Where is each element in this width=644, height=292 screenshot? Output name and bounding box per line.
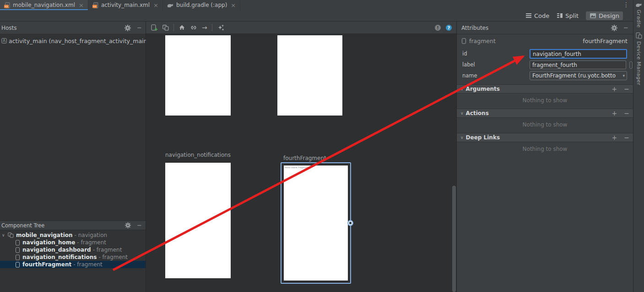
editor-tab-bar: <> mobile_navigation.xml × <> activity_m… [0, 0, 633, 11]
tree-item-name: navigation_notifications [22, 254, 97, 260]
add-action-button[interactable]: + [612, 110, 617, 116]
hide-panel-icon[interactable]: − [137, 25, 142, 31]
activity-icon: A [1, 38, 7, 44]
component-type-label: fragment [469, 38, 496, 44]
close-icon[interactable]: × [153, 2, 158, 8]
warnings-icon[interactable]: ! [435, 25, 441, 31]
tree-item-name: navigation_home [22, 239, 75, 246]
label-field-label: label [462, 60, 475, 69]
component-tree-title: Component Tree [1, 222, 44, 229]
action-arrow-icon[interactable]: → [202, 24, 207, 31]
split-mode-button[interactable]: Split [557, 12, 579, 19]
deep-link-icon[interactable] [190, 24, 197, 31]
svg-text:<>: <> [5, 5, 8, 8]
chevron-down-icon[interactable]: ∨ [2, 233, 6, 237]
component-tree-header: Component Tree − [0, 220, 146, 230]
chevron-down-icon[interactable]: ∨ [460, 111, 464, 116]
tree-item-navigation-notifications[interactable]: navigation_notifications - fragment [0, 253, 146, 261]
gear-icon[interactable] [124, 25, 131, 31]
gear-icon[interactable] [611, 25, 617, 31]
tab-label: build.gradle (:app) [176, 2, 227, 8]
tab-activity-main[interactable]: <> activity_main.xml × [88, 0, 163, 10]
tab-label: mobile_navigation.xml [13, 2, 75, 8]
auto-arrange-icon[interactable] [217, 24, 224, 31]
remove-deep-link-button[interactable]: − [624, 134, 629, 141]
code-mode-button[interactable]: Code [525, 12, 549, 19]
tree-item-navigation-dashboard[interactable]: navigation_dashboard - fragment [0, 246, 146, 253]
component-tree: ∨ mobile_navigation - navigation navigat… [0, 231, 146, 268]
gradle-tool-label: Gradle [636, 10, 642, 28]
remove-argument-button[interactable]: − [624, 86, 629, 92]
deep-links-empty-text: Nothing to show [457, 146, 633, 152]
chevron-down-icon[interactable]: ∨ [460, 87, 464, 91]
help-icon[interactable]: ? [446, 25, 452, 31]
nested-graph-icon[interactable] [162, 25, 169, 31]
deep-links-section-header[interactable]: ∨ Deep Links + − [457, 133, 633, 142]
close-icon[interactable]: × [79, 2, 84, 8]
design-mode-button[interactable]: Design [586, 11, 623, 20]
action-connection-handle[interactable] [347, 220, 353, 226]
fragment-icon [15, 254, 20, 260]
chevron-down-icon[interactable]: ∨ [460, 135, 464, 140]
left-panel: Hosts − A activity_main (nav_host_fragme… [0, 22, 146, 292]
actions-section-header[interactable]: ∨ Actions + − [457, 109, 633, 118]
remove-action-button[interactable]: − [624, 110, 629, 116]
fragment-preview-home[interactable] [165, 35, 231, 116]
add-argument-button[interactable]: + [612, 86, 617, 92]
tree-item-mobile-navigation[interactable]: ∨ mobile_navigation - navigation [0, 231, 146, 239]
canvas-toolbar: → ! ? [146, 22, 456, 34]
device-manager-icon [636, 32, 642, 39]
home-destination-icon[interactable] [179, 24, 185, 31]
hide-panel-icon[interactable]: − [137, 222, 142, 228]
gear-icon[interactable] [125, 222, 131, 228]
svg-text:A: A [3, 39, 5, 43]
add-deep-link-button[interactable]: + [612, 134, 617, 141]
tab-build-gradle[interactable]: build.gradle (:app) × [163, 0, 240, 10]
device-manager-tool-button[interactable]: Device Manager [633, 32, 644, 85]
fragment-preview-dashboard[interactable] [277, 35, 342, 116]
tab-mobile-navigation[interactable]: <> mobile_navigation.xml × [0, 0, 88, 10]
canvas-scrollbar[interactable] [452, 186, 456, 292]
gradle-tool-button[interactable]: Gradle [633, 2, 644, 28]
new-destination-icon[interactable] [151, 24, 158, 31]
tree-item-type: - fragment [77, 239, 106, 246]
fragment-preview-content: Hello blank fragment [284, 165, 348, 281]
preview-label-fourth: fourthFragment [283, 155, 326, 161]
tree-item-fourth-fragment[interactable]: fourthFragment - fragment [0, 261, 146, 268]
tree-item-type: - navigation [75, 232, 108, 238]
component-id-label: fourthFragment [583, 38, 628, 44]
chevron-down-icon: ▾ [622, 73, 625, 78]
design-icon [590, 12, 596, 19]
pick-resource-button[interactable] [629, 61, 633, 69]
design-canvas[interactable]: → ! ? navigation_notifications fourthFra… [146, 22, 457, 292]
preview-label-notifications: navigation_notifications [165, 152, 231, 158]
arguments-empty-text: Nothing to show [457, 97, 633, 104]
arguments-section-header[interactable]: ∨ Arguments + − [457, 84, 633, 94]
selected-component-row: fragment fourthFragment [457, 37, 633, 45]
fragment-preview-notifications[interactable] [165, 163, 231, 278]
host-item-label: activity_main (nav_host_fragment_activit… [9, 38, 149, 44]
fragment-icon [15, 247, 20, 253]
label-input[interactable] [530, 61, 626, 69]
xml-file-icon: <> [4, 2, 10, 8]
attributes-panel: Attributes − fragment fourthFragment id … [457, 22, 633, 292]
toolbar-divider [212, 24, 212, 31]
section-title: Deep Links [466, 134, 500, 141]
attributes-panel-header: Attributes − [457, 22, 633, 34]
section-title: Actions [466, 110, 489, 116]
split-icon [557, 12, 563, 19]
more-options-icon[interactable]: ⋮ [623, 0, 629, 10]
hide-panel-icon[interactable]: − [623, 25, 628, 31]
host-item-activity-main[interactable]: A activity_main (nav_host_fragment_activ… [1, 37, 149, 45]
id-input[interactable] [530, 49, 627, 59]
tree-item-navigation-home[interactable]: navigation_home - fragment [0, 239, 146, 246]
close-icon[interactable]: × [231, 2, 236, 8]
xml-file-icon: <> [92, 2, 98, 8]
fragment-preview-fourth-selected[interactable]: Hello blank fragment [281, 162, 351, 284]
name-dropdown[interactable]: FourthFragment (ru.yotc.botto ▾ [530, 71, 627, 80]
fragment-icon [15, 262, 20, 268]
preview-hello-text: Hello blank fragment [285, 166, 309, 169]
tree-item-name: navigation_dashboard [22, 247, 91, 253]
name-field-label: name [462, 71, 477, 80]
split-mode-label: Split [565, 12, 579, 19]
